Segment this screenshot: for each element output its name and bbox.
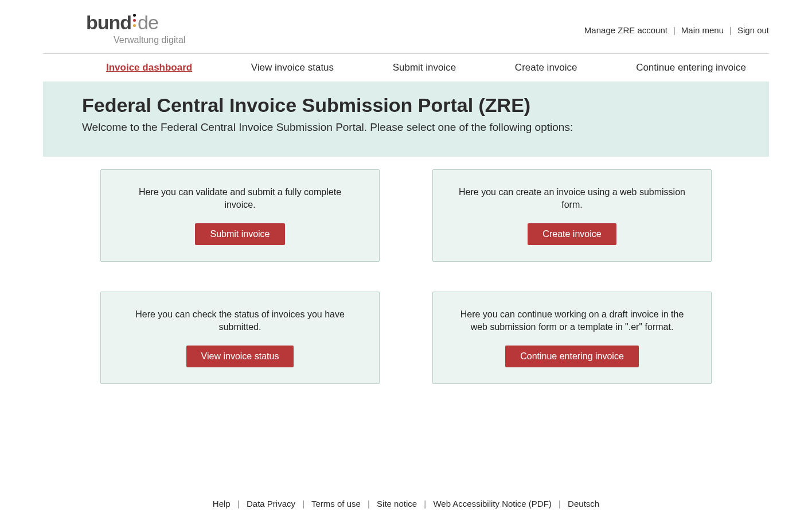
link-main-menu[interactable]: Main menu: [681, 25, 724, 35]
footer-accessibility[interactable]: Web Accessibility Notice (PDF): [433, 499, 551, 509]
nav-create-invoice[interactable]: Create invoice: [515, 62, 577, 73]
link-sign-out[interactable]: Sign out: [737, 25, 769, 35]
card-text: Here you can validate and submit a fully…: [124, 186, 356, 211]
link-manage-account[interactable]: Manage ZRE account: [584, 25, 667, 35]
footer-terms[interactable]: Terms of use: [311, 499, 361, 509]
nav-view-invoice-status[interactable]: View invoice status: [251, 62, 334, 73]
banner: Federal Central Invoice Submission Porta…: [43, 82, 769, 157]
footer: Help | Data Privacy | Terms of use | Sit…: [0, 487, 812, 520]
card-text: Here you can continue working on a draft…: [456, 308, 688, 333]
create-invoice-button[interactable]: Create invoice: [528, 223, 616, 245]
main-nav: Invoice dashboard View invoice status Su…: [0, 54, 812, 82]
separator: |: [673, 25, 676, 35]
card-text: Here you can check the status of invoice…: [124, 308, 356, 333]
page-title: Federal Central Invoice Submission Porta…: [82, 94, 730, 117]
continue-entering-invoice-button[interactable]: Continue entering invoice: [505, 346, 639, 367]
footer-language[interactable]: Deutsch: [568, 499, 599, 509]
logo-word-de: de: [138, 11, 158, 34]
card-view-status: Here you can check the status of invoice…: [100, 292, 380, 384]
separator: |: [729, 25, 732, 35]
separator: |: [237, 499, 240, 509]
logo-subtitle: Verwaltung digital: [114, 35, 185, 45]
nav-invoice-dashboard[interactable]: Invoice dashboard: [106, 62, 192, 73]
footer-help[interactable]: Help: [213, 499, 231, 509]
separator: |: [368, 499, 370, 509]
separator: |: [302, 499, 304, 509]
separator: |: [559, 499, 561, 509]
submit-invoice-button[interactable]: Submit invoice: [195, 223, 284, 245]
header: bund de Verwaltung digital Manage ZRE ac…: [0, 0, 812, 53]
logo: bund de Verwaltung digital: [86, 11, 185, 45]
separator: |: [424, 499, 426, 509]
page-subtitle: Welcome to the Federal Central Invoice S…: [82, 121, 730, 134]
cards-area: Here you can validate and submit a fully…: [43, 169, 769, 384]
logo-flag-dots-icon: [133, 14, 136, 27]
view-invoice-status-button[interactable]: View invoice status: [186, 346, 294, 367]
card-text: Here you can create an invoice using a w…: [456, 186, 688, 211]
card-create-invoice: Here you can create an invoice using a w…: [432, 169, 712, 262]
card-submit-invoice: Here you can validate and submit a fully…: [100, 169, 380, 262]
footer-privacy[interactable]: Data Privacy: [247, 499, 295, 509]
card-continue-invoice: Here you can continue working on a draft…: [432, 292, 712, 384]
nav-submit-invoice[interactable]: Submit invoice: [393, 62, 456, 73]
logo-word-bund: bund: [86, 11, 131, 34]
nav-continue-entering-invoice[interactable]: Continue entering invoice: [636, 62, 746, 73]
footer-site-notice[interactable]: Site notice: [377, 499, 417, 509]
top-links: Manage ZRE account | Main menu | Sign ou…: [584, 25, 769, 35]
